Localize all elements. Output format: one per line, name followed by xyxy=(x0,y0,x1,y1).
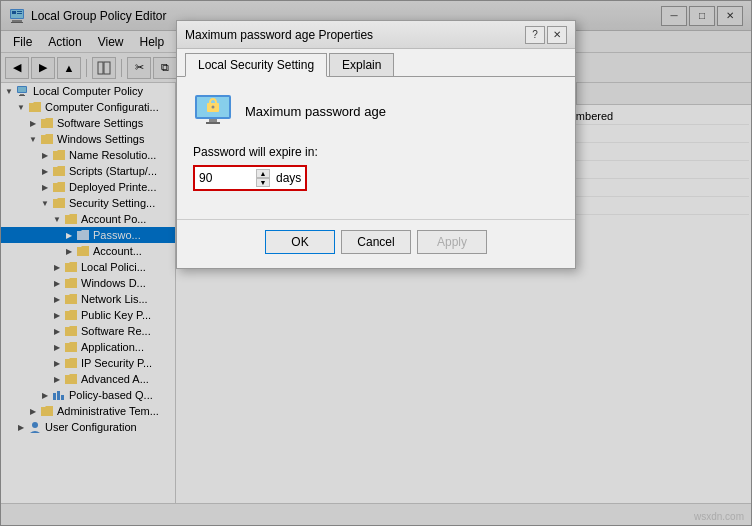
dialog-title-buttons: ? ✕ xyxy=(525,26,567,44)
tab-local-security-setting[interactable]: Local Security Setting xyxy=(185,53,327,77)
dialog-policy-name: Maximum password age xyxy=(245,104,386,119)
dialog-icon-row: Maximum password age xyxy=(193,93,559,129)
dialog-close-button[interactable]: ✕ xyxy=(547,26,567,44)
spinner: ▲ ▼ xyxy=(256,169,270,187)
dialog-tabs: Local Security Setting Explain xyxy=(177,49,575,77)
dialog-input-section: Password will expire in: ▲ ▼ days xyxy=(193,145,559,191)
dialog-title-bar: Maximum password age Properties ? ✕ xyxy=(177,21,575,49)
dialog-input-wrapper: ▲ ▼ days xyxy=(193,165,307,191)
policy-icon xyxy=(193,93,233,129)
tab-explain[interactable]: Explain xyxy=(329,53,394,76)
dialog-expire-label: Password will expire in: xyxy=(193,145,559,159)
dialog-title-text: Maximum password age Properties xyxy=(185,28,525,42)
spinner-down-button[interactable]: ▼ xyxy=(256,178,270,187)
ok-button[interactable]: OK xyxy=(265,230,335,254)
dialog-help-button[interactable]: ? xyxy=(525,26,545,44)
password-age-input[interactable] xyxy=(199,171,254,185)
svg-point-41 xyxy=(212,106,215,109)
cancel-button[interactable]: Cancel xyxy=(341,230,411,254)
svg-rect-42 xyxy=(209,119,217,122)
dialog-button-row: OK Cancel Apply xyxy=(177,219,575,268)
watermark: wsxdn.com xyxy=(694,511,744,522)
spinner-up-button[interactable]: ▲ xyxy=(256,169,270,178)
dialog: Maximum password age Properties ? ✕ Loca… xyxy=(176,20,576,269)
apply-button[interactable]: Apply xyxy=(417,230,487,254)
days-unit-label: days xyxy=(276,171,301,185)
dialog-content: Maximum password age Password will expir… xyxy=(177,77,575,219)
dialog-overlay: Maximum password age Properties ? ✕ Loca… xyxy=(0,0,752,526)
svg-rect-43 xyxy=(206,122,220,124)
